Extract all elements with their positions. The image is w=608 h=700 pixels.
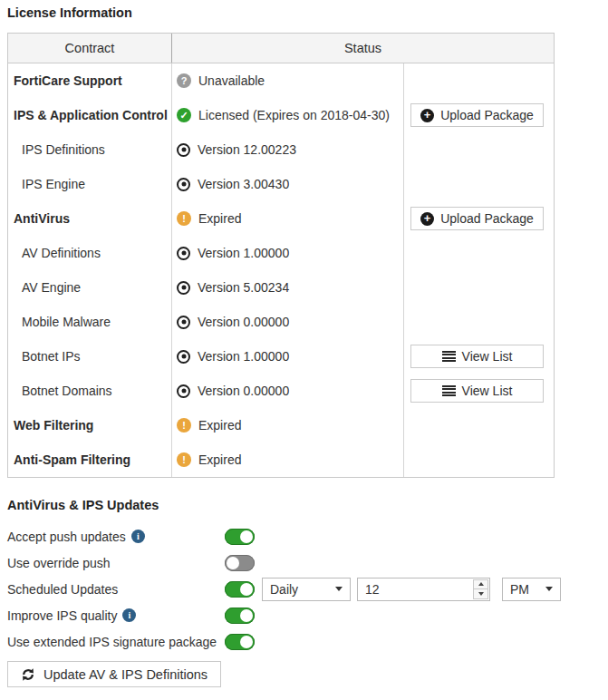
contract-name: Mobile Malware (22, 315, 111, 329)
setting-label: Use override push (7, 556, 111, 570)
antivirus-ips-updates-title: AntiVirus & IPS Updates (7, 498, 601, 512)
contract-name: Botnet Domains (22, 384, 112, 398)
contract-name: AV Engine (22, 280, 81, 295)
setting-label: Use extended IPS signature package (7, 635, 217, 649)
improve-ips-quality-toggle[interactable] (225, 608, 255, 624)
version-icon (177, 178, 190, 191)
toggle-knob (227, 557, 239, 569)
status-text: Unavailable (198, 73, 265, 88)
setting-row-scheduled-updates: Scheduled Updates Daily 12 PM (7, 576, 601, 602)
status-text: Version 1.00000 (198, 246, 289, 260)
warning-icon: ! (177, 418, 191, 433)
license-table: Contract Status FortiCare Support ? Unav… (7, 33, 555, 478)
upload-package-button[interactable]: + Upload Package (410, 207, 544, 230)
button-label: Upload Package (440, 108, 534, 122)
upload-package-button[interactable]: + Upload Package (410, 103, 544, 127)
use-override-push-toggle[interactable] (225, 555, 255, 571)
setting-label: Accept push updates (7, 530, 126, 544)
toggle-knob (240, 636, 253, 648)
status-column-header: Status (172, 34, 554, 63)
plus-circle-icon: + (420, 212, 434, 226)
setting-row-use-override-push: Use override push (7, 549, 601, 576)
status-text: Expired (198, 452, 241, 467)
status-text: Expired (198, 211, 241, 226)
status-text: Version 5.00234 (198, 280, 289, 295)
button-label: Upload Package (440, 211, 534, 226)
version-icon (177, 384, 190, 398)
toggle-knob (240, 530, 253, 543)
license-information-title: License Information (7, 5, 601, 20)
table-row-mobile-malware: Mobile Malware Version 0.00000 (8, 305, 554, 339)
setting-label: Improve IPS quality (7, 608, 117, 623)
contract-name: Anti-Spam Filtering (14, 452, 130, 467)
table-row-forticare-support: FortiCare Support ? Unavailable (8, 63, 554, 98)
spinner-up-button[interactable] (474, 580, 487, 590)
status-text: Version 0.00000 (198, 315, 289, 329)
chevron-down-icon (335, 587, 343, 591)
view-list-button[interactable]: View List (410, 379, 544, 403)
scheduled-updates-toggle[interactable] (225, 581, 255, 598)
hour-spinner (473, 579, 488, 599)
list-icon (442, 351, 456, 362)
contract-name: FortiCare Support (14, 73, 122, 88)
table-row-botnet-domains: Botnet Domains Version 0.00000 View List (8, 374, 554, 408)
version-icon (177, 350, 190, 364)
use-extended-ips-signature-package-toggle[interactable] (225, 634, 255, 650)
meridiem-value: PM (510, 582, 529, 597)
setting-label: Scheduled Updates (7, 582, 118, 597)
toggle-knob (240, 583, 253, 596)
table-row-antivirus: AntiVirus ! Expired + Upload Package (8, 201, 554, 236)
table-row-botnet-ips: Botnet IPs Version 1.00000 View List (8, 339, 554, 374)
contract-name: Botnet IPs (22, 349, 81, 364)
setting-row-improve-ips-quality: Improve IPS quality i (7, 602, 601, 628)
contract-name: AV Definitions (22, 246, 101, 260)
spinner-down-button[interactable] (474, 589, 487, 598)
triangle-up-icon (478, 582, 484, 586)
list-icon (442, 385, 456, 396)
toggle-knob (240, 609, 253, 622)
button-label: View List (462, 349, 513, 364)
chevron-down-icon (545, 587, 553, 591)
setting-row-use-extended-ips-signature-package: Use extended IPS signature package (7, 628, 601, 655)
table-row-web-filtering: Web Filtering ! Expired (8, 408, 554, 442)
frequency-value: Daily (270, 582, 298, 597)
version-icon (177, 247, 190, 260)
status-text: Licensed (Expires on 2018-04-30) (198, 108, 390, 122)
contract-name: Web Filtering (14, 418, 93, 433)
info-icon: i (122, 608, 136, 622)
status-text: Version 0.00000 (198, 384, 289, 398)
status-text: Version 3.00430 (198, 177, 289, 191)
triangle-down-icon (478, 592, 484, 596)
update-button-label: Update AV & IPS Definitions (43, 667, 207, 682)
info-icon: i (131, 530, 145, 543)
check-icon: ✓ (177, 108, 191, 122)
contract-name: IPS & Application Control (14, 108, 168, 122)
frequency-select[interactable]: Daily (262, 578, 351, 601)
meridiem-select[interactable]: PM (502, 578, 561, 601)
setting-row-accept-push-updates: Accept push updates i (7, 523, 601, 549)
table-row-av-engine: AV Engine Version 5.00234 (8, 270, 554, 305)
license-page: License Information Contract Status Fort… (0, 0, 608, 693)
accept-push-updates-toggle[interactable] (225, 529, 255, 545)
contract-column-header: Contract (8, 34, 172, 63)
table-row-anti-spam-filtering: Anti-Spam Filtering ! Expired (8, 442, 554, 477)
contract-name: IPS Definitions (22, 142, 105, 157)
warning-icon: ! (177, 452, 191, 467)
status-text: Version 12.00223 (198, 142, 296, 157)
scheduler-controls: Daily 12 PM (262, 578, 561, 601)
table-row-av-definitions: AV Definitions Version 1.00000 (8, 236, 554, 270)
version-icon (177, 143, 190, 157)
question-icon: ? (177, 73, 191, 88)
version-icon (177, 281, 190, 295)
view-list-button[interactable]: View List (410, 345, 544, 368)
contract-name: AntiVirus (14, 211, 70, 226)
button-label: View List (462, 384, 513, 398)
table-row-ips-definitions: IPS Definitions Version 12.00223 (8, 132, 554, 167)
update-av-ips-definitions-button[interactable]: Update AV & IPS Definitions (7, 661, 221, 687)
version-icon (177, 316, 190, 329)
table-row-ips-application-control: IPS & Application Control ✓ Licensed (Ex… (8, 98, 554, 132)
hour-value: 12 (358, 582, 473, 597)
contract-name: IPS Engine (22, 177, 85, 191)
warning-icon: ! (177, 211, 191, 226)
hour-input[interactable]: 12 (357, 578, 490, 601)
